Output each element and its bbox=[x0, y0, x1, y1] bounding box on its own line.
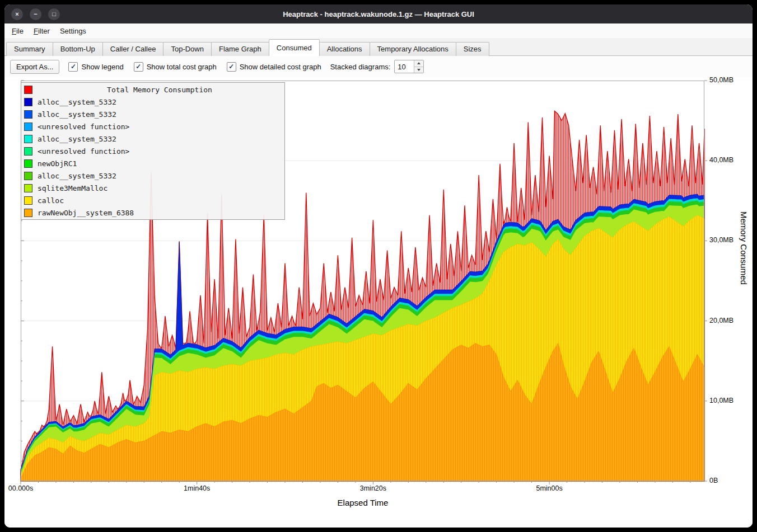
legend-swatch bbox=[24, 184, 32, 192]
legend-swatch bbox=[24, 159, 32, 168]
legend-swatch bbox=[24, 135, 32, 143]
tab-allocations[interactable]: Allocations bbox=[319, 42, 370, 56]
legend-label: <unresolved function> bbox=[38, 147, 129, 156]
menu-bar: FileFilterSettings bbox=[4, 23, 753, 38]
legend-swatch bbox=[24, 86, 32, 94]
legend-row: alloc__system_5332 bbox=[21, 170, 284, 182]
y-axis-title: Memory Consumed bbox=[739, 211, 749, 285]
tab-sizes[interactable]: Sizes bbox=[456, 42, 489, 56]
legend-label: alloc__system_5332 bbox=[38, 172, 116, 180]
legend-swatch bbox=[24, 172, 32, 180]
legend-label: alloc__system_5332 bbox=[38, 135, 116, 143]
checkbox-label: Show legend bbox=[81, 63, 123, 71]
y-axis-tick-label: 50,0MB bbox=[709, 76, 733, 84]
stacked-diagrams-spinner[interactable]: 10 bbox=[394, 60, 424, 73]
checkbox-box[interactable]: ✓ bbox=[134, 62, 143, 72]
legend-swatch bbox=[24, 147, 32, 156]
legend-label: calloc bbox=[38, 196, 64, 205]
legend-row: <unresolved function> bbox=[21, 120, 284, 133]
x-axis-tick-label: 3min20s bbox=[360, 484, 386, 492]
menu-filter[interactable]: Filter bbox=[29, 25, 55, 37]
stacked-diagrams-decrement-button[interactable] bbox=[414, 67, 423, 73]
legend-swatch bbox=[24, 196, 32, 205]
legend-swatch bbox=[24, 110, 32, 119]
checkbox-box[interactable]: ✓ bbox=[227, 62, 236, 72]
legend-label: newObjRC1 bbox=[38, 159, 77, 168]
tab-caller-callee[interactable]: Caller / Callee bbox=[102, 42, 164, 56]
tab-consumed[interactable]: Consumed bbox=[269, 39, 320, 56]
title-bar[interactable]: ×−□ Heaptrack - heaptrack.wakunode.1.gz … bbox=[4, 4, 753, 23]
stacked-diagrams-increment-button[interactable] bbox=[414, 60, 423, 67]
x-axis-tick-label: 00.000s bbox=[8, 484, 33, 492]
y-axis-tick-label: 0B bbox=[709, 477, 718, 484]
legend-row: newObjRC1 bbox=[21, 157, 284, 170]
legend-row: <unresolved function> bbox=[21, 145, 284, 157]
legend-swatch bbox=[24, 123, 32, 131]
chart-area: Total Memory Consumptionalloc__system_53… bbox=[4, 77, 753, 528]
x-axis-tick-label: 1min40s bbox=[184, 484, 210, 492]
checkbox-label: Show total cost graph bbox=[147, 63, 217, 71]
tab-temporary-allocations[interactable]: Temporary Allocations bbox=[370, 42, 456, 56]
export-as-button[interactable]: Export As... bbox=[10, 60, 59, 74]
legend-row: alloc__system_5332 bbox=[21, 96, 284, 108]
y-axis-tick-label: 20,0MB bbox=[709, 317, 733, 324]
checkbox-label: Show detailed cost graph bbox=[240, 63, 321, 71]
maximize-button[interactable]: □ bbox=[48, 8, 60, 20]
legend-row: alloc__system_5332 bbox=[21, 108, 284, 120]
stacked-diagrams-label: Stacked diagrams: bbox=[330, 63, 391, 71]
y-axis-tick-label: 10,0MB bbox=[709, 397, 733, 404]
menu-file[interactable]: File bbox=[7, 25, 29, 37]
chevron-up-icon bbox=[417, 62, 420, 64]
tab-top-down[interactable]: Top-Down bbox=[163, 42, 212, 56]
legend-label: alloc__system_5332 bbox=[38, 98, 116, 106]
legend-row: alloc__system_5332 bbox=[21, 133, 284, 145]
legend-title: Total Memory Consumption bbox=[38, 86, 282, 94]
legend-title-row: Total Memory Consumption bbox=[21, 83, 284, 96]
legend-label: rawNewObj__system_6388 bbox=[38, 209, 134, 217]
checkbox-group: ✓Show legend✓Show total cost graph✓Show … bbox=[68, 62, 321, 72]
tab-summary[interactable]: Summary bbox=[6, 42, 53, 56]
legend-swatch bbox=[24, 98, 32, 106]
legend-row: sqlite3MemMalloc bbox=[21, 182, 284, 194]
y-axis-tick-label: 40,0MB bbox=[709, 156, 733, 164]
application-window: ×−□ Heaptrack - heaptrack.wakunode.1.gz … bbox=[4, 4, 753, 528]
chart-legend: Total Memory Consumptionalloc__system_53… bbox=[21, 82, 285, 220]
x-axis-tick-label: 5min00s bbox=[536, 484, 562, 492]
legend-label: <unresolved function> bbox=[38, 123, 129, 131]
window-title: Heaptrack - heaptrack.wakunode.1.gz — He… bbox=[283, 10, 474, 18]
legend-row: rawNewObj__system_6388 bbox=[21, 206, 284, 219]
tab-flame-graph[interactable]: Flame Graph bbox=[211, 42, 269, 56]
tab-bar: SummaryBottom-UpCaller / CalleeTop-DownF… bbox=[4, 38, 753, 56]
stacked-diagrams-group: Stacked diagrams: 10 bbox=[330, 60, 424, 73]
legend-swatch bbox=[24, 209, 32, 217]
checkbox-box[interactable]: ✓ bbox=[68, 62, 78, 72]
legend-label: sqlite3MemMalloc bbox=[38, 184, 108, 192]
close-button[interactable]: × bbox=[11, 8, 23, 20]
legend-row: calloc bbox=[21, 194, 284, 206]
checkbox-show-detailed-cost-graph[interactable]: ✓Show detailed cost graph bbox=[227, 62, 321, 72]
x-axis-title: Elapsed Time bbox=[338, 498, 389, 507]
tab-bottom-up[interactable]: Bottom-Up bbox=[53, 42, 103, 56]
y-axis-tick-label: 30,0MB bbox=[709, 236, 733, 244]
stacked-diagrams-value[interactable]: 10 bbox=[395, 60, 414, 73]
checkbox-show-total-cost-graph[interactable]: ✓Show total cost graph bbox=[134, 62, 217, 72]
checkbox-show-legend[interactable]: ✓Show legend bbox=[68, 62, 123, 72]
window-controls: ×−□ bbox=[11, 4, 60, 23]
minimize-button[interactable]: − bbox=[30, 8, 41, 20]
toolbar: Export As... ✓Show legend✓Show total cos… bbox=[4, 56, 753, 77]
chevron-down-icon bbox=[417, 69, 420, 71]
legend-label: alloc__system_5332 bbox=[38, 110, 116, 119]
menu-settings[interactable]: Settings bbox=[55, 25, 91, 37]
